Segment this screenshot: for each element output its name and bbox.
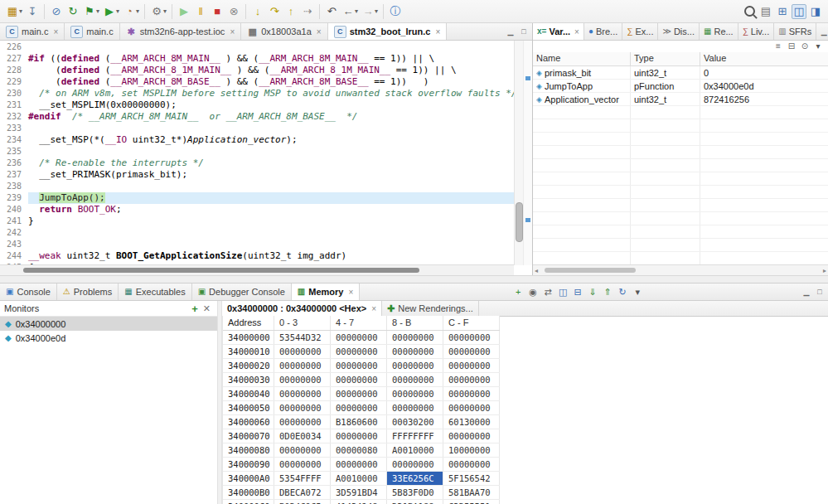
memory-value-cell[interactable]: 00000000: [387, 373, 443, 386]
memory-row[interactable]: 3400005000000000000000000000000000000000: [223, 401, 500, 415]
memory-value-cell[interactable]: 00000000: [387, 401, 443, 414]
profile-icon[interactable]: ◔: [122, 4, 137, 19]
maximize-icon[interactable]: □: [814, 286, 826, 298]
code-line[interactable]: (defined (__ARM_ARCH_8M_BASE__ ) && (__A…: [28, 76, 514, 88]
restart-icon[interactable]: ↻: [65, 4, 80, 19]
line-number[interactable]: 227: [0, 53, 25, 65]
memory-column-header[interactable]: C - F: [443, 316, 500, 330]
memory-row[interactable]: 3400000053544D32000000000000000000000000: [223, 331, 500, 345]
info-icon[interactable]: ⓘ: [388, 4, 403, 19]
line-number[interactable]: 230: [0, 88, 25, 99]
memory-value-cell[interactable]: DBECA072: [274, 486, 331, 499]
close-icon[interactable]: ×: [435, 27, 440, 36]
editor-tab-main-c[interactable]: Cmain.c: [65, 23, 119, 40]
memory-value-cell[interactable]: 00000000: [274, 443, 331, 457]
code-line[interactable]: __set_PRIMASK(primask_bit);: [28, 169, 514, 181]
debug-icon-dropdown[interactable]: ▾: [96, 7, 99, 15]
code-line[interactable]: JumpToApp();: [28, 192, 514, 204]
line-number[interactable]: 232: [0, 111, 25, 123]
memory-rendering-tab[interactable]: 0x34000000 : 0x34000000 <Hex>×: [222, 301, 382, 316]
run-icon-dropdown[interactable]: ▾: [116, 7, 119, 15]
save-icon[interactable]: ↧: [25, 4, 40, 19]
memory-row[interactable]: 3400009000000000000000000000000000000000: [223, 458, 500, 472]
link-rendering-icon[interactable]: ⇄: [541, 285, 554, 298]
line-number[interactable]: 236: [0, 158, 25, 169]
line-number[interactable]: 238: [0, 181, 25, 192]
memory-value-cell[interactable]: 5F156542: [443, 472, 500, 485]
show-type-names-icon[interactable]: ≡: [772, 41, 784, 51]
tab-disassembly[interactable]: ≫Dis...: [658, 23, 700, 40]
memory-value-cell[interactable]: 00000000: [274, 359, 331, 372]
code-line[interactable]: __set_MSP(*(__IO uint32_t*)Application_v…: [28, 134, 514, 146]
memory-value-cell[interactable]: 0D0E0034: [274, 429, 331, 443]
line-number[interactable]: 235: [0, 146, 25, 158]
line-number[interactable]: 228: [0, 65, 25, 76]
memory-value-cell[interactable]: 00000000: [274, 458, 331, 471]
build-icon[interactable]: ⚙: [149, 4, 164, 19]
scrollbar-thumb[interactable]: [23, 268, 419, 273]
memory-row[interactable]: 340000B0DBECA0723D591BD45B83F0D0581BAA70: [223, 486, 500, 500]
code-line[interactable]: (defined (__ARM_ARCH_8_1M_MAIN__ ) && (_…: [28, 65, 514, 76]
memory-value-cell[interactable]: 60130000: [443, 415, 500, 429]
memory-value-cell[interactable]: 00000000: [387, 359, 443, 372]
memory-value-cell[interactable]: 00000000: [274, 415, 331, 429]
line-number[interactable]: 243: [0, 239, 25, 250]
memory-value-cell[interactable]: B0D4C9C5: [274, 500, 331, 504]
code-editor[interactable]: 2262272282292302312322332342352362372382…: [0, 41, 532, 265]
memory-value-cell[interactable]: 00000000: [443, 331, 500, 344]
memory-row[interactable]: 340000C0B0D4C9C541434248D31BA188C3D55551: [223, 500, 500, 504]
tab-console[interactable]: ▣Console: [0, 284, 57, 300]
memory-value-cell[interactable]: 00000000: [443, 401, 500, 414]
step-into-icon[interactable]: ↓: [250, 4, 265, 19]
memory-row[interactable]: 340000700D0E003400000000FFFFFFFF00000000: [223, 429, 500, 443]
line-number[interactable]: 242: [0, 227, 25, 239]
code-line[interactable]: return BOOT_OK;: [28, 204, 514, 216]
memory-value-cell[interactable]: 581BAA70: [443, 486, 500, 499]
memory-rendering-tab[interactable]: ✚New Renderings...: [382, 301, 479, 316]
import-memory-icon[interactable]: ⇓: [586, 285, 599, 298]
new-wizard-icon-dropdown[interactable]: ▾: [19, 7, 22, 15]
scrollbar-thumb[interactable]: [516, 202, 523, 242]
tab-live-expressions[interactable]: ∑Liv...: [738, 23, 775, 40]
split-horizontal-icon[interactable]: ◫: [556, 285, 569, 298]
code-line[interactable]: [28, 146, 514, 158]
view-menu-icon[interactable]: ▾: [812, 41, 824, 51]
skip-all-breakpoints-icon[interactable]: ⊘: [49, 4, 64, 19]
tab-sfrs[interactable]: ▥SFRs: [774, 23, 816, 40]
forward-icon-dropdown[interactable]: ▾: [375, 7, 378, 15]
tab-problems[interactable]: ⚠Problems: [57, 284, 119, 300]
memory-value-cell[interactable]: 00000000: [331, 401, 387, 414]
line-number[interactable]: 229: [0, 76, 25, 88]
back-icon[interactable]: ←: [341, 4, 356, 19]
line-number[interactable]: 240: [0, 204, 25, 216]
memory-row[interactable]: 3400006000000000B18606000003020060130000: [223, 415, 500, 429]
scrollbar-thumb[interactable]: [545, 268, 636, 273]
minimize-icon[interactable]: ▁: [818, 26, 828, 37]
memory-value-cell[interactable]: FFFFFFFF: [387, 429, 443, 443]
annotation-marker[interactable]: [525, 218, 530, 222]
pin-memory-icon[interactable]: ◉: [526, 285, 540, 298]
line-number[interactable]: 244: [0, 250, 25, 262]
memory-column-header[interactable]: 8 - B: [387, 316, 443, 330]
memory-row[interactable]: 3400004000000000000000000000000000000000: [223, 387, 500, 401]
code-line[interactable]: [28, 239, 514, 250]
tab-expressions[interactable]: ∑Ex...: [622, 23, 658, 40]
memory-column-header[interactable]: 4 - 7: [331, 316, 387, 330]
memory-value-cell[interactable]: 00000000: [274, 401, 331, 414]
memory-row[interactable]: 340000800000000000000080A001000010000000: [223, 443, 500, 458]
memory-value-cell[interactable]: 00000080: [331, 443, 387, 457]
minimize-icon[interactable]: ▁: [801, 286, 812, 298]
export-memory-icon[interactable]: ⇑: [601, 285, 614, 298]
annotation-marker[interactable]: [525, 76, 530, 80]
tab-registers[interactable]: ▦Re...: [700, 23, 738, 40]
memory-value-cell[interactable]: 00030200: [387, 415, 443, 429]
disconnect-icon[interactable]: ⊗: [226, 4, 241, 19]
pin-view-icon[interactable]: ⊙: [799, 41, 811, 51]
memory-monitor-item[interactable]: ◆0x34000e0d: [0, 331, 217, 345]
memory-value-cell[interactable]: 00000000: [331, 331, 387, 344]
editor-tab-main-c[interactable]: Cmain.c×: [0, 23, 65, 40]
profile-icon-dropdown[interactable]: ▾: [136, 7, 139, 15]
memory-value-cell[interactable]: 00000000: [387, 387, 443, 400]
open-console-icon[interactable]: ▤: [758, 4, 773, 19]
variable-row[interactable]: ◈JumpToApppFunction0x34000e0d: [533, 80, 828, 93]
